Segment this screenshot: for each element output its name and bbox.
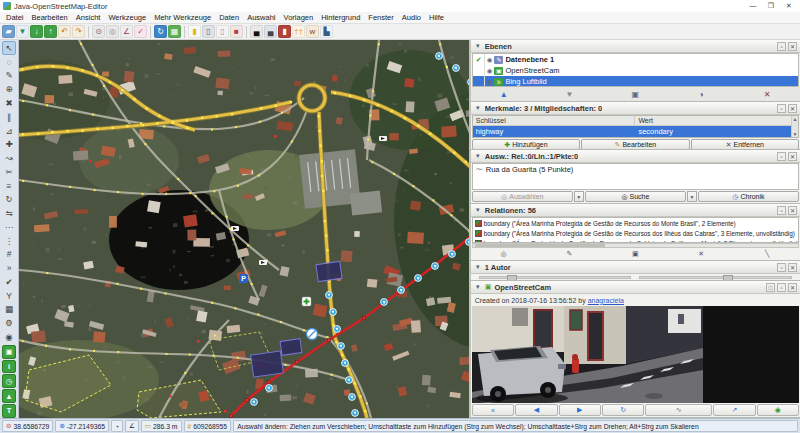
history-icon[interactable]: ◎ xyxy=(106,25,119,38)
wiki-logo-icon[interactable]: w xyxy=(306,25,319,38)
search-dropdown-button[interactable]: ▼ xyxy=(687,191,697,202)
gear-icon[interactable]: ⚙ xyxy=(2,316,16,330)
preset-roof-icon[interactable]: ■ xyxy=(230,25,243,38)
fork-icon[interactable]: Y xyxy=(2,289,16,303)
osc-image-icon[interactable]: ▣ xyxy=(2,345,16,359)
layer-duplicate-button[interactable]: ▣ xyxy=(622,89,648,100)
preset-bus-icon[interactable]: ▄ xyxy=(264,25,277,38)
refresh-icon[interactable]: ↻ xyxy=(154,25,167,38)
photo-sequence-button[interactable]: ∿ xyxy=(645,404,712,416)
upload-icon[interactable]: ↑ xyxy=(44,25,57,38)
panel-close-button[interactable]: ✕ xyxy=(788,263,797,272)
photo-location-button[interactable]: ↗ xyxy=(713,404,755,416)
osc-clock-icon[interactable]: ◷ xyxy=(2,374,16,388)
pin-icon[interactable]: ◉ xyxy=(2,330,16,344)
author-slider[interactable] xyxy=(639,276,792,279)
save-icon[interactable]: ▼ xyxy=(16,25,29,38)
redo-icon[interactable]: ↷ xyxy=(72,25,85,38)
tags-panel-header[interactable]: ▾ Merkmale: 3 / Mitgliedschaften: 0 ▫ ✕ xyxy=(471,102,800,115)
layer-down-button[interactable]: ▼ xyxy=(557,89,583,100)
preset-box-icon[interactable]: ▯ xyxy=(216,25,229,38)
panel-close-button[interactable]: ✕ xyxy=(788,206,797,215)
close-button[interactable]: ✕ xyxy=(780,0,798,12)
relation-select-button[interactable]: ╲ xyxy=(755,249,779,259)
relation-row[interactable]: boundary ("Área Marinha Protegida de Ges… xyxy=(473,218,798,228)
layer-visibility-icon[interactable]: ◉ xyxy=(487,56,493,64)
layer-row[interactable]: ◉▣OpenStreetCam xyxy=(473,65,798,76)
layer-opacity-button[interactable]: ◑ xyxy=(688,89,714,100)
menu-item-hilfe[interactable]: Hilfe xyxy=(425,12,448,23)
history-button[interactable]: ◷Chronik xyxy=(698,191,799,202)
validate-icon[interactable]: ✓ xyxy=(134,25,147,38)
layer-delete-button[interactable]: ✕ xyxy=(754,89,780,100)
menu-item-hintergrund[interactable]: Hintergrund xyxy=(317,12,364,23)
draw-tool-icon[interactable]: ✎ xyxy=(2,69,16,83)
distribute-tool-icon[interactable]: ⋮ xyxy=(2,234,16,248)
menu-item-fenster[interactable]: Fenster xyxy=(364,12,397,23)
relation-list-scrollbar[interactable] xyxy=(472,243,799,248)
collapse-icon[interactable]: ▾ xyxy=(474,104,482,112)
selection-panel-header[interactable]: ▾ Ausw.: Rel.:0/Lin.:1/Pkte:0 ▫ ✕ xyxy=(471,150,800,163)
panel-close-button[interactable]: ✕ xyxy=(788,152,797,161)
menu-item-ansicht[interactable]: Ansicht xyxy=(72,12,105,23)
rotate-tool-icon[interactable]: ↻ xyxy=(2,192,16,206)
split-tool-icon[interactable]: ✂ xyxy=(2,165,16,179)
minimize-button[interactable]: — xyxy=(744,0,762,12)
relation-edit-button[interactable]: ✎ xyxy=(558,249,582,259)
menu-item-audio[interactable]: Audio xyxy=(398,12,425,23)
add-tag-button[interactable]: ✚Hinzufügen xyxy=(472,139,580,150)
parallel-tool-icon[interactable]: ∥ xyxy=(2,110,16,124)
collapse-icon[interactable]: ▾ xyxy=(474,263,482,271)
relations-panel-header[interactable]: ▾ Relationen: 56 ▫ ✕ xyxy=(471,204,800,217)
combine-tool-icon[interactable]: ≡ xyxy=(2,179,16,193)
layer-up-button[interactable]: ▲ xyxy=(491,89,517,100)
menu-item-auswahl[interactable]: Auswahl xyxy=(243,12,279,23)
panel-stick-button[interactable]: ▫ xyxy=(777,206,786,215)
orthogonalize-tool-icon[interactable]: # xyxy=(2,248,16,262)
chart-icon[interactable]: ▙ xyxy=(320,25,333,38)
collapse-icon[interactable]: ▾ xyxy=(474,206,482,214)
menu-item-daten[interactable]: Daten xyxy=(215,12,243,23)
map-canvas[interactable]: P xyxy=(19,40,469,418)
undo-icon[interactable]: ↶ xyxy=(58,25,71,38)
tag-row[interactable]: highwaysecondary xyxy=(473,126,798,137)
photo-loop-button[interactable]: ↻ xyxy=(602,404,644,416)
download-icon[interactable]: ↓ xyxy=(30,25,43,38)
preset-door-icon[interactable]: ▮ xyxy=(278,25,291,38)
select-button[interactable]: ◎Auswählen xyxy=(472,191,573,202)
grid-icon[interactable]: ▦ xyxy=(2,303,16,317)
delete-tool-icon[interactable]: ✖ xyxy=(2,96,16,110)
menu-item-datei[interactable]: Datei xyxy=(2,12,28,23)
layer-row[interactable]: ◉bBing Luftbild xyxy=(473,76,798,87)
lasso-tool-icon[interactable]: ◌ xyxy=(2,55,16,69)
mirror-tool-icon[interactable]: ⇋ xyxy=(2,206,16,220)
panel-stick-button[interactable]: ▫ xyxy=(777,263,786,272)
panel-stick-button[interactable]: ▫ xyxy=(777,283,786,292)
remove-tag-button[interactable]: ✕Entfernen xyxy=(691,139,799,150)
street-photo[interactable] xyxy=(472,306,799,403)
photo-next-button[interactable]: ▶ xyxy=(559,404,601,416)
osc-info-icon[interactable]: i xyxy=(2,360,16,374)
panel-close-button[interactable]: ✕ xyxy=(788,104,797,113)
panel-close-button[interactable]: ✕ xyxy=(788,283,797,292)
panel-close-button[interactable]: ✕ xyxy=(788,42,797,51)
layer-row[interactable]: ✔◉✎Datenebene 1 xyxy=(473,54,798,65)
photo-jump-back-button[interactable]: « xyxy=(472,404,514,416)
collapse-icon[interactable]: ▾ xyxy=(474,283,482,291)
collapse-icon[interactable]: ▾ xyxy=(474,42,482,50)
preset-building-icon[interactable]: ▯ xyxy=(202,25,215,38)
layers-panel-header[interactable]: ▾ Ebenen ▫ ✕ xyxy=(471,40,800,53)
search-button[interactable]: ◎Suche xyxy=(585,191,686,202)
osc-filter-icon[interactable]: T xyxy=(2,404,16,418)
panel-stick-button[interactable]: ▫ xyxy=(777,104,786,113)
author-link[interactable]: anagraciela xyxy=(588,297,624,304)
selection-item[interactable]: 〜Rua da Guarita (5 Punkte) xyxy=(473,164,798,175)
panel-stick-button[interactable]: ▫ xyxy=(777,42,786,51)
improve-accuracy-tool-icon[interactable]: ✚ xyxy=(2,137,16,151)
osc-upload-icon[interactable]: ▲ xyxy=(2,389,16,403)
collapse-icon[interactable]: ▾ xyxy=(474,152,482,160)
relation-duplicate-button[interactable]: ▣ xyxy=(623,249,647,259)
photo-prev-button[interactable]: ◀ xyxy=(515,404,557,416)
menu-item-mehr-werkzeuge[interactable]: Mehr Werkzeuge xyxy=(150,12,215,23)
maximize-button[interactable]: ❒ xyxy=(762,0,780,12)
